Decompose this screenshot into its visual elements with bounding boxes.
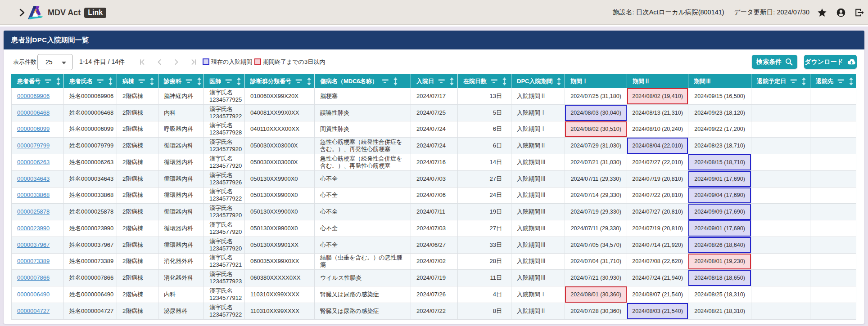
cell-name: 姓名0000007866 (64, 270, 117, 286)
cell-admit: 2024/07/26 (411, 286, 458, 303)
filter-icon (45, 79, 52, 84)
column-header-name[interactable]: 患者氏名 (64, 74, 117, 88)
cell-name: 姓名0000037967 (64, 237, 117, 254)
search-icon (785, 58, 793, 66)
cell-discharge_plan (751, 171, 810, 188)
cell-dept: 循環器内科 (158, 188, 204, 204)
page: MDV Act Link 施設名: 日次Actローカル病院(800141) デー… (0, 0, 868, 326)
sort-icon (307, 77, 312, 85)
cell-name: 姓名0000023990 (64, 220, 117, 237)
logout-icon (854, 8, 864, 18)
cell-discharge_to (810, 220, 856, 237)
patient-number-link[interactable]: 0000023990 (17, 225, 50, 232)
cell-ward: 2階病棟 (117, 138, 158, 154)
cell-ward: 2階病棟 (117, 220, 158, 237)
cell-discharge_to (810, 237, 856, 254)
cell-admit: 2024/07/24 (411, 138, 458, 154)
table-header-row: 患者番号患者氏名病棟診療科医師診断群分類番号傷病名（MDC6名称）入院日在院日数… (11, 74, 856, 88)
patient-number-link[interactable]: 0000004727 (17, 308, 50, 314)
column-header-dept[interactable]: 診療科 (158, 74, 204, 88)
sort-icon (56, 77, 61, 85)
cell-p3: 2024/08/23 (18,710) (688, 138, 751, 154)
cell-disease: 心不全 (315, 188, 411, 204)
cell-p1: 2024/07/14 (29,330) (565, 188, 627, 204)
favorite-button[interactable] (817, 8, 827, 18)
cell-name: 姓名0000004727 (64, 303, 117, 320)
cell-p3: 2024/08/26 (18,640) (688, 237, 751, 254)
doctor-name: 漢字氏名 (209, 221, 241, 228)
cell-admit: 2024/07/06 (411, 188, 458, 204)
doctor-name: 漢字氏名 (209, 122, 241, 129)
cell-disease: 急性心筋梗塞（続発性合併症を含む。）、再発性心筋梗塞 (315, 154, 411, 171)
column-header-discharge_plan[interactable]: 退院予定日 (751, 74, 810, 88)
download-button[interactable]: ダウンロード (804, 55, 857, 69)
cell-ward: 2階病棟 (117, 188, 158, 204)
cell-p3: 2024/09/23 (18,120) (688, 105, 751, 121)
column-header-discharge_to[interactable]: 退院先 (810, 74, 856, 88)
page-size-select[interactable]: 25 (37, 54, 73, 70)
column-header-days[interactable]: 在院日数 (458, 74, 511, 88)
last-page-button[interactable] (185, 55, 202, 69)
data-updated-label: データ更新日: 2024/07/30 (734, 8, 809, 17)
patient-number-link[interactable]: 0000073389 (17, 258, 50, 264)
table-row: 0000006263姓名00000062632階病棟循環器内科漢字氏名12345… (11, 154, 856, 171)
cell-name: 姓名0000006468 (64, 105, 117, 121)
cell-p2: 2024/08/03 (21,540) (627, 303, 688, 320)
star-icon (817, 8, 827, 18)
patient-number-link[interactable]: 0000007866 (17, 274, 50, 281)
previous-page-button[interactable] (151, 55, 168, 69)
column-header-admit[interactable]: 入院日 (411, 74, 458, 88)
cell-p3: 2024/09/01 (17,690) (688, 171, 751, 188)
column-header-p2: 期間Ⅱ (627, 74, 688, 88)
cell-admit: 2024/07/11 (411, 204, 458, 220)
patient-number-link[interactable]: 0000006263 (17, 159, 50, 165)
sidebar-expand-button[interactable] (17, 8, 27, 18)
cell-name: 姓名0000025878 (64, 204, 117, 220)
cell-days: 27日 (458, 220, 511, 237)
doctor-id: 1234577925 (209, 96, 241, 103)
column-header-dpc_code[interactable]: 診断群分類番号 (245, 74, 315, 88)
chevron-down-icon (62, 62, 66, 64)
cell-doctor: 漢字氏名1234577921 (204, 254, 245, 270)
table-row: 0000004727姓名00000047272階病棟泌尿器科漢字氏名123457… (11, 303, 856, 320)
filter-icon (790, 79, 797, 84)
column-header-stage[interactable]: DPC入院期間 (511, 74, 565, 88)
patient-number-link[interactable]: 0000006099 (17, 125, 50, 132)
cell-disease: ウイルス性腸炎 (315, 270, 411, 286)
legend-deadline-label: 期間終了までの3日以内 (263, 58, 325, 66)
cell-discharge_to (810, 303, 856, 320)
cell-discharge_to (810, 286, 856, 303)
first-page-button[interactable] (134, 55, 151, 69)
logout-button[interactable] (854, 8, 864, 18)
cell-dpc_code: 050130XX9900X0 (245, 204, 315, 220)
column-header-patient_no[interactable]: 患者番号 (11, 74, 64, 88)
column-header-ward[interactable]: 病棟 (117, 74, 158, 88)
patient-number-link[interactable]: 0000006490 (17, 291, 50, 298)
cell-ward: 2階病棟 (117, 204, 158, 220)
cell-dept: 循環器内科 (158, 154, 204, 171)
cell-dpc_code: 050030XX03000X (245, 138, 315, 154)
patient-number-link[interactable]: 0000006468 (17, 109, 50, 116)
patient-number-link[interactable]: 0000025878 (17, 208, 50, 215)
next-page-button[interactable] (168, 55, 185, 69)
dpc-table-container: 患者番号患者氏名病棟診療科医師診断群分類番号傷病名（MDC6名称）入院日在院日数… (11, 74, 857, 320)
cell-p2: 2024/07/27 (20,810) (627, 204, 688, 220)
cell-p3: 2024/09/22 (17,200) (688, 121, 751, 138)
cell-dept: 呼吸器内科 (158, 121, 204, 138)
patient-number-link[interactable]: 0000034643 (17, 175, 50, 182)
patient-number-link[interactable]: 0000037967 (17, 241, 50, 248)
table-row: 0000069906姓名00000699062階病棟脳神経内科漢字氏名12345… (11, 88, 856, 105)
patient-number-link[interactable]: 0000033868 (17, 192, 50, 198)
filter-icon (491, 79, 498, 84)
doctor-name: 漢字氏名 (209, 106, 241, 113)
patient-number-link[interactable]: 0000079799 (17, 142, 50, 149)
column-header-p1: 期間Ⅰ (565, 74, 627, 88)
column-header-disease[interactable]: 傷病名（MDC6名称） (315, 74, 411, 88)
doctor-name: 漢字氏名 (209, 188, 241, 195)
search-conditions-button[interactable]: 検索条件 (752, 55, 797, 69)
patient-number-link[interactable]: 0000069906 (17, 93, 50, 99)
doctor-id: 1234577920 (209, 245, 241, 252)
column-header-doctor[interactable]: 医師 (204, 74, 245, 88)
column-label: 診断群分類番号 (250, 77, 291, 85)
account-button[interactable] (836, 8, 846, 18)
